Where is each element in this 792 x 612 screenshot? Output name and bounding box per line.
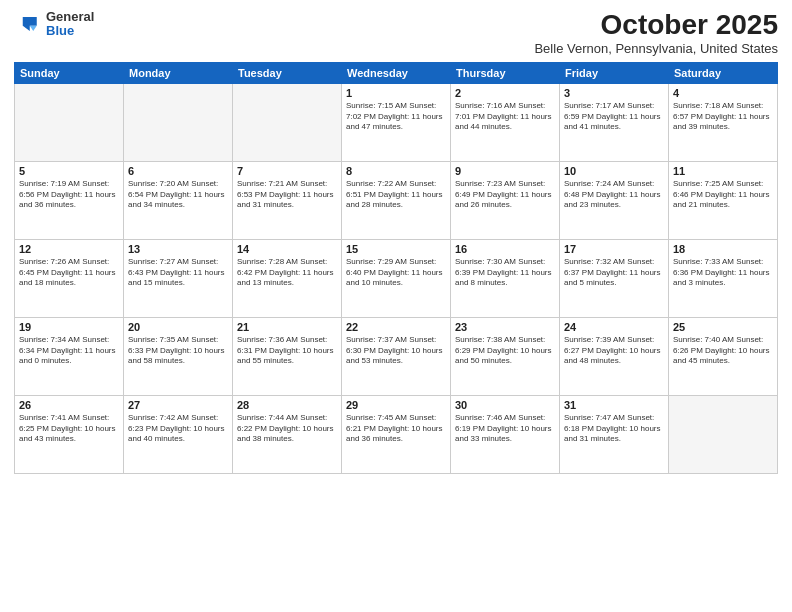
- month-title: October 2025: [534, 10, 778, 41]
- day-cell: 1Sunrise: 7:15 AM Sunset: 7:02 PM Daylig…: [342, 83, 451, 161]
- day-number: 19: [19, 321, 119, 333]
- day-number: 12: [19, 243, 119, 255]
- day-cell: 7Sunrise: 7:21 AM Sunset: 6:53 PM Daylig…: [233, 161, 342, 239]
- day-cell: [669, 395, 778, 473]
- calendar-header-wednesday: Wednesday: [342, 62, 451, 83]
- day-info: Sunrise: 7:28 AM Sunset: 6:42 PM Dayligh…: [237, 257, 337, 289]
- day-number: 27: [128, 399, 228, 411]
- day-number: 23: [455, 321, 555, 333]
- day-info: Sunrise: 7:22 AM Sunset: 6:51 PM Dayligh…: [346, 179, 446, 211]
- day-info: Sunrise: 7:30 AM Sunset: 6:39 PM Dayligh…: [455, 257, 555, 289]
- day-number: 13: [128, 243, 228, 255]
- day-cell: 8Sunrise: 7:22 AM Sunset: 6:51 PM Daylig…: [342, 161, 451, 239]
- day-cell: [15, 83, 124, 161]
- day-number: 2: [455, 87, 555, 99]
- day-number: 5: [19, 165, 119, 177]
- day-info: Sunrise: 7:33 AM Sunset: 6:36 PM Dayligh…: [673, 257, 773, 289]
- day-number: 18: [673, 243, 773, 255]
- day-cell: 10Sunrise: 7:24 AM Sunset: 6:48 PM Dayli…: [560, 161, 669, 239]
- day-cell: 20Sunrise: 7:35 AM Sunset: 6:33 PM Dayli…: [124, 317, 233, 395]
- page: General Blue October 2025 Belle Vernon, …: [0, 0, 792, 612]
- calendar-header-friday: Friday: [560, 62, 669, 83]
- day-cell: 4Sunrise: 7:18 AM Sunset: 6:57 PM Daylig…: [669, 83, 778, 161]
- day-cell: 28Sunrise: 7:44 AM Sunset: 6:22 PM Dayli…: [233, 395, 342, 473]
- day-info: Sunrise: 7:34 AM Sunset: 6:34 PM Dayligh…: [19, 335, 119, 367]
- calendar-header-tuesday: Tuesday: [233, 62, 342, 83]
- day-info: Sunrise: 7:23 AM Sunset: 6:49 PM Dayligh…: [455, 179, 555, 211]
- day-cell: 9Sunrise: 7:23 AM Sunset: 6:49 PM Daylig…: [451, 161, 560, 239]
- calendar-header-thursday: Thursday: [451, 62, 560, 83]
- day-cell: 15Sunrise: 7:29 AM Sunset: 6:40 PM Dayli…: [342, 239, 451, 317]
- week-row-3: 12Sunrise: 7:26 AM Sunset: 6:45 PM Dayli…: [15, 239, 778, 317]
- day-cell: [124, 83, 233, 161]
- day-info: Sunrise: 7:21 AM Sunset: 6:53 PM Dayligh…: [237, 179, 337, 211]
- day-cell: 25Sunrise: 7:40 AM Sunset: 6:26 PM Dayli…: [669, 317, 778, 395]
- day-number: 31: [564, 399, 664, 411]
- day-number: 21: [237, 321, 337, 333]
- day-info: Sunrise: 7:35 AM Sunset: 6:33 PM Dayligh…: [128, 335, 228, 367]
- day-number: 30: [455, 399, 555, 411]
- day-cell: 12Sunrise: 7:26 AM Sunset: 6:45 PM Dayli…: [15, 239, 124, 317]
- week-row-2: 5Sunrise: 7:19 AM Sunset: 6:56 PM Daylig…: [15, 161, 778, 239]
- day-number: 1: [346, 87, 446, 99]
- day-info: Sunrise: 7:24 AM Sunset: 6:48 PM Dayligh…: [564, 179, 664, 211]
- calendar-header-saturday: Saturday: [669, 62, 778, 83]
- day-number: 11: [673, 165, 773, 177]
- day-info: Sunrise: 7:37 AM Sunset: 6:30 PM Dayligh…: [346, 335, 446, 367]
- day-info: Sunrise: 7:17 AM Sunset: 6:59 PM Dayligh…: [564, 101, 664, 133]
- day-cell: 17Sunrise: 7:32 AM Sunset: 6:37 PM Dayli…: [560, 239, 669, 317]
- day-cell: 3Sunrise: 7:17 AM Sunset: 6:59 PM Daylig…: [560, 83, 669, 161]
- day-number: 17: [564, 243, 664, 255]
- title-block: October 2025 Belle Vernon, Pennsylvania,…: [534, 10, 778, 56]
- day-cell: 18Sunrise: 7:33 AM Sunset: 6:36 PM Dayli…: [669, 239, 778, 317]
- calendar-header-sunday: Sunday: [15, 62, 124, 83]
- logo-icon: [14, 10, 42, 38]
- calendar-header-monday: Monday: [124, 62, 233, 83]
- logo: General Blue: [14, 10, 94, 39]
- day-number: 10: [564, 165, 664, 177]
- day-info: Sunrise: 7:44 AM Sunset: 6:22 PM Dayligh…: [237, 413, 337, 445]
- day-cell: 24Sunrise: 7:39 AM Sunset: 6:27 PM Dayli…: [560, 317, 669, 395]
- logo-text: General Blue: [46, 10, 94, 39]
- day-number: 16: [455, 243, 555, 255]
- day-info: Sunrise: 7:46 AM Sunset: 6:19 PM Dayligh…: [455, 413, 555, 445]
- day-info: Sunrise: 7:41 AM Sunset: 6:25 PM Dayligh…: [19, 413, 119, 445]
- day-info: Sunrise: 7:42 AM Sunset: 6:23 PM Dayligh…: [128, 413, 228, 445]
- day-cell: 19Sunrise: 7:34 AM Sunset: 6:34 PM Dayli…: [15, 317, 124, 395]
- day-number: 26: [19, 399, 119, 411]
- day-cell: 27Sunrise: 7:42 AM Sunset: 6:23 PM Dayli…: [124, 395, 233, 473]
- day-cell: 6Sunrise: 7:20 AM Sunset: 6:54 PM Daylig…: [124, 161, 233, 239]
- day-cell: 16Sunrise: 7:30 AM Sunset: 6:39 PM Dayli…: [451, 239, 560, 317]
- day-info: Sunrise: 7:45 AM Sunset: 6:21 PM Dayligh…: [346, 413, 446, 445]
- day-info: Sunrise: 7:36 AM Sunset: 6:31 PM Dayligh…: [237, 335, 337, 367]
- day-number: 28: [237, 399, 337, 411]
- day-number: 7: [237, 165, 337, 177]
- day-info: Sunrise: 7:15 AM Sunset: 7:02 PM Dayligh…: [346, 101, 446, 133]
- day-number: 15: [346, 243, 446, 255]
- header: General Blue October 2025 Belle Vernon, …: [14, 10, 778, 56]
- calendar-table: SundayMondayTuesdayWednesdayThursdayFrid…: [14, 62, 778, 474]
- day-number: 3: [564, 87, 664, 99]
- day-number: 20: [128, 321, 228, 333]
- day-cell: 29Sunrise: 7:45 AM Sunset: 6:21 PM Dayli…: [342, 395, 451, 473]
- day-number: 8: [346, 165, 446, 177]
- day-info: Sunrise: 7:20 AM Sunset: 6:54 PM Dayligh…: [128, 179, 228, 211]
- day-number: 24: [564, 321, 664, 333]
- day-number: 9: [455, 165, 555, 177]
- day-info: Sunrise: 7:18 AM Sunset: 6:57 PM Dayligh…: [673, 101, 773, 133]
- day-cell: 5Sunrise: 7:19 AM Sunset: 6:56 PM Daylig…: [15, 161, 124, 239]
- day-info: Sunrise: 7:38 AM Sunset: 6:29 PM Dayligh…: [455, 335, 555, 367]
- day-number: 6: [128, 165, 228, 177]
- day-number: 4: [673, 87, 773, 99]
- day-cell: 30Sunrise: 7:46 AM Sunset: 6:19 PM Dayli…: [451, 395, 560, 473]
- day-cell: 26Sunrise: 7:41 AM Sunset: 6:25 PM Dayli…: [15, 395, 124, 473]
- day-number: 14: [237, 243, 337, 255]
- day-cell: 22Sunrise: 7:37 AM Sunset: 6:30 PM Dayli…: [342, 317, 451, 395]
- week-row-5: 26Sunrise: 7:41 AM Sunset: 6:25 PM Dayli…: [15, 395, 778, 473]
- day-info: Sunrise: 7:40 AM Sunset: 6:26 PM Dayligh…: [673, 335, 773, 367]
- day-cell: 11Sunrise: 7:25 AM Sunset: 6:46 PM Dayli…: [669, 161, 778, 239]
- day-number: 25: [673, 321, 773, 333]
- day-info: Sunrise: 7:29 AM Sunset: 6:40 PM Dayligh…: [346, 257, 446, 289]
- week-row-1: 1Sunrise: 7:15 AM Sunset: 7:02 PM Daylig…: [15, 83, 778, 161]
- location: Belle Vernon, Pennsylvania, United State…: [534, 41, 778, 56]
